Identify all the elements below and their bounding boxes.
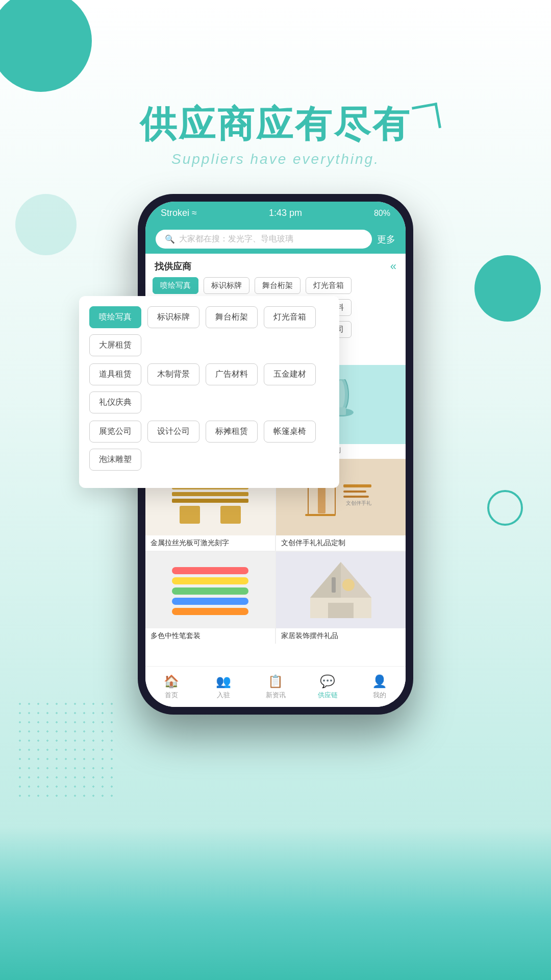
ftag-ad-material[interactable]: 广告材料 xyxy=(206,363,258,385)
bottom-wave-decoration xyxy=(0,827,551,980)
collapse-icon[interactable]: « xyxy=(390,260,396,273)
ftag-design[interactable]: 设计公司 xyxy=(147,421,199,443)
svg-marker-32 xyxy=(310,562,341,598)
carrier-text: Strokei ≈ xyxy=(161,208,197,218)
svg-rect-19 xyxy=(305,514,336,516)
nav-mine[interactable]: 👤 我的 xyxy=(354,674,406,700)
nav-supply-chain-label: 供应链 xyxy=(318,691,338,700)
svg-rect-29 xyxy=(172,608,248,615)
ftag-foam[interactable]: 泡沫雕塑 xyxy=(89,449,141,471)
main-title-chinese: 供应商应有尽有 xyxy=(140,102,411,146)
product-card-title-2: 文创伴手礼礼品定制 xyxy=(276,535,406,551)
svg-rect-10 xyxy=(172,492,248,496)
nav-supply-chain[interactable]: 💬 供应链 xyxy=(302,674,354,700)
bottom-navigation: 🏠 首页 👥 入驻 📋 新资讯 💬 供应 xyxy=(145,666,406,707)
ftag-spray-paint[interactable]: 喷绘写真 xyxy=(89,306,141,328)
ftag-tent[interactable]: 帐篷桌椅 xyxy=(264,421,316,443)
ftag-light-sound[interactable]: 灯光音箱 xyxy=(264,306,316,328)
search-bar-area: 🔍 大家都在搜：发光字、导电玻璃 更多 xyxy=(145,225,406,254)
nav-checkin-label: 入驻 xyxy=(217,691,230,700)
svg-rect-14 xyxy=(180,506,200,524)
svg-rect-23 xyxy=(343,496,369,498)
bg-circle-mid-right xyxy=(474,255,541,322)
svg-rect-33 xyxy=(328,603,354,618)
svg-rect-27 xyxy=(172,587,248,595)
nav-home[interactable]: 🏠 首页 xyxy=(145,674,197,700)
ftag-props[interactable]: 道具租赁 xyxy=(89,363,141,385)
ftag-stage[interactable]: 舞台桁架 xyxy=(206,306,258,328)
nav-news-label: 新资讯 xyxy=(266,691,286,700)
svg-rect-35 xyxy=(332,577,336,593)
ftag-booth[interactable]: 标摊租赁 xyxy=(206,421,258,443)
tag-spray-paint[interactable]: 喷绘写真 xyxy=(153,277,198,294)
ftag-signage[interactable]: 标识标牌 xyxy=(147,306,199,328)
svg-rect-11 xyxy=(172,499,248,503)
tag-stage[interactable]: 舞台桁架 xyxy=(255,277,300,294)
status-bar: Strokei ≈ 1:43 pm 80% xyxy=(145,202,406,225)
bg-circle-right-small xyxy=(487,490,523,526)
ftag-big-screen[interactable]: 大屏租赁 xyxy=(89,334,141,356)
time-text: 1:43 pm xyxy=(269,208,302,218)
svg-text:文创伴手礼: 文创伴手礼 xyxy=(346,500,371,506)
search-input-wrap[interactable]: 🔍 大家都在搜：发光字、导电玻璃 xyxy=(156,230,372,249)
nav-news[interactable]: 📋 新资讯 xyxy=(249,674,302,700)
ftag-exhibition[interactable]: 展览公司 xyxy=(89,421,141,443)
find-supplier-title: 找供应商 xyxy=(155,260,191,273)
product-card-3[interactable]: 多色中性笔套装 xyxy=(145,552,275,644)
product-card-img-3 xyxy=(145,552,275,628)
tag-light-sound[interactable]: 灯光音箱 xyxy=(306,277,352,294)
search-icon: 🔍 xyxy=(165,234,175,244)
svg-rect-25 xyxy=(172,567,248,574)
floating-tags-row-1: 喷绘写真 标识标牌 舞台桁架 灯光音箱 大屏租赁 xyxy=(89,306,329,356)
svg-rect-15 xyxy=(220,506,241,524)
bg-circle-top-left xyxy=(0,0,92,92)
mine-icon: 👤 xyxy=(372,674,387,689)
search-placeholder-text: 大家都在搜：发光字、导电玻璃 xyxy=(179,234,293,244)
product-card-img-4 xyxy=(276,552,406,628)
nav-checkin[interactable]: 👥 入驻 xyxy=(197,674,249,700)
main-title-english: Suppliers have everything. xyxy=(0,151,551,167)
battery-text: 80% xyxy=(374,209,390,218)
tag-signage[interactable]: 标识标牌 xyxy=(204,277,249,294)
ftag-ceremony[interactable]: 礼仪庆典 xyxy=(89,391,141,413)
checkin-icon: 👥 xyxy=(216,674,231,689)
ftag-hardware[interactable]: 五金建材 xyxy=(264,363,316,385)
bg-circle-mid-left xyxy=(15,194,77,255)
svg-rect-22 xyxy=(343,491,366,493)
floating-tags-row-3: 展览公司 设计公司 标摊租赁 帐篷桌椅 泡沫雕塑 xyxy=(89,421,329,471)
product-card-4[interactable]: 家居装饰摆件礼品 xyxy=(276,552,406,644)
svg-rect-21 xyxy=(343,484,371,487)
more-button[interactable]: 更多 xyxy=(377,233,395,246)
product-card-title-1: 金属拉丝光板可激光刻字 xyxy=(145,535,275,551)
floating-tags-popup: 喷绘写真 标识标牌 舞台桁架 灯光音箱 大屏租赁 道具租赁 木制背景 广告材料 … xyxy=(79,296,339,488)
header-section: 供应商应有尽有 Suppliers have everything. xyxy=(0,102,551,167)
news-icon: 📋 xyxy=(268,674,283,689)
dot-pattern-decoration xyxy=(15,699,117,801)
svg-rect-28 xyxy=(172,598,248,605)
find-supplier-header: 找供应商 « xyxy=(145,254,406,277)
product-card-title-4: 家居装饰摆件礼品 xyxy=(276,628,406,644)
product-card-title-3: 多色中性笔套装 xyxy=(145,628,275,644)
home-icon: 🏠 xyxy=(164,674,179,689)
nav-home-label: 首页 xyxy=(165,691,178,700)
nav-mine-label: 我的 xyxy=(373,691,386,700)
floating-tags-row-2: 道具租赁 木制背景 广告材料 五金建材 礼仪庆典 xyxy=(89,363,329,413)
svg-point-34 xyxy=(342,579,355,591)
svg-rect-26 xyxy=(172,577,248,584)
supply-chain-icon: 💬 xyxy=(320,674,335,689)
ftag-wood-bg[interactable]: 木制背景 xyxy=(147,363,199,385)
